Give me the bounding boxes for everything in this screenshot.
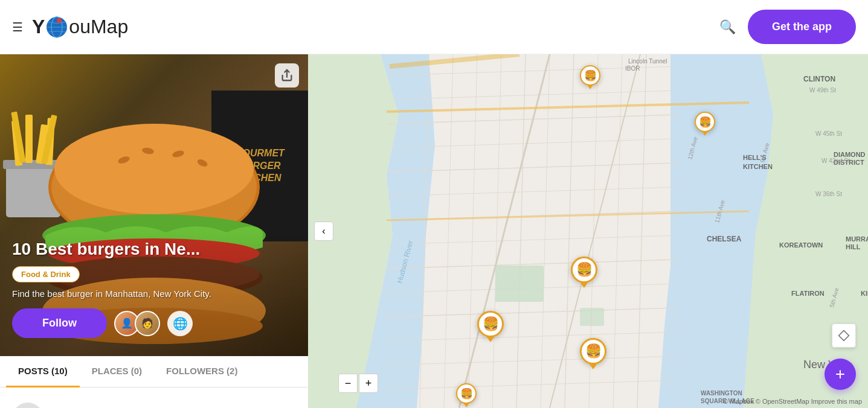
svg-text:KITCHEN: KITCHEN xyxy=(743,163,773,170)
map-pin-5[interactable]: 🍔 xyxy=(580,338,606,369)
map-pin-tail xyxy=(580,282,588,288)
hero-title: 10 Best burgers in Ne... xyxy=(12,240,296,259)
svg-text:W 42nd St: W 42nd St xyxy=(821,158,850,164)
logo-globe xyxy=(45,16,68,39)
svg-point-3 xyxy=(57,18,62,23)
hero-description: Find the best burger in Manhattan, New Y… xyxy=(12,288,296,299)
svg-rect-59 xyxy=(580,308,604,326)
map-pin-tail xyxy=(486,336,495,342)
svg-text:FLATIRON: FLATIRON xyxy=(791,290,825,297)
svg-text:W 49th St: W 49th St xyxy=(809,87,836,94)
map-pin-1[interactable]: 🍔 xyxy=(580,65,600,89)
svg-point-14 xyxy=(54,124,254,214)
svg-text:W 36th St: W 36th St xyxy=(815,191,842,197)
main-content: GOURMETBURGERKITCHEN xyxy=(0,54,868,408)
post-thumbnail xyxy=(12,403,43,408)
list-item xyxy=(12,397,296,408)
globe-action-button[interactable]: 🌐 xyxy=(167,311,193,336)
avatar-group: 👤 🧑 xyxy=(114,311,160,336)
avatar-2: 🧑 xyxy=(135,311,160,336)
hero-area: GOURMETBURGERKITCHEN xyxy=(0,54,308,356)
hero-actions: Follow 👤 🧑 🌐 xyxy=(12,308,296,338)
map-area: CLINTON HELL'S KITCHEN DIAMOND DISTRICT … xyxy=(308,54,868,408)
svg-text:KOREATOWN: KOREATOWN xyxy=(779,241,823,249)
svg-text:W 45th St: W 45th St xyxy=(815,130,842,137)
posts-list xyxy=(0,387,308,408)
zoom-in-button[interactable]: + xyxy=(359,374,378,393)
svg-marker-99 xyxy=(839,331,849,341)
map-pin-tail xyxy=(589,363,597,369)
map-attribution: © Mapbox © OpenStreetMap Improve this ma… xyxy=(723,398,862,405)
svg-text:IBOR: IBOR xyxy=(625,65,640,72)
map-pin-2[interactable]: 🍔 xyxy=(695,112,715,136)
search-icon[interactable]: 🔍 xyxy=(719,19,736,35)
logo: Y ouMap xyxy=(32,16,719,39)
map-pin-icon: 🍔 xyxy=(571,257,597,283)
category-badge: Food & Drink xyxy=(12,266,80,282)
menu-icon[interactable]: ☰ xyxy=(12,20,23,34)
tab-posts[interactable]: POSTS (10) xyxy=(6,356,80,387)
map-pin-6[interactable]: 🍔 xyxy=(456,383,477,407)
tab-places[interactable]: PLACES (0) xyxy=(80,356,154,387)
left-panel: GOURMETBURGERKITCHEN xyxy=(0,54,308,408)
follow-button[interactable]: Follow xyxy=(12,308,107,338)
map-pin-3[interactable]: 🍔 xyxy=(571,257,597,288)
svg-text:WASHINGTON: WASHINGTON xyxy=(701,390,742,397)
location-button[interactable] xyxy=(832,324,856,348)
map-pin-icon: 🍔 xyxy=(580,65,600,86)
share-button[interactable] xyxy=(275,63,299,88)
map-pin-icon: 🍔 xyxy=(456,383,477,404)
logo-rest: ouMap xyxy=(69,16,128,38)
svg-text:KIPS BAY: KIPS BAY xyxy=(861,290,868,297)
map-pin-4[interactable]: 🍔 xyxy=(477,311,504,342)
map-back-button[interactable]: ‹ xyxy=(314,222,333,241)
map-pin-tail xyxy=(463,403,469,407)
svg-text:HILL: HILL xyxy=(846,243,861,250)
hero-overlay: 10 Best burgers in Ne... Food & Drink Fi… xyxy=(0,228,308,356)
logo-text: Y ouMap xyxy=(32,16,128,39)
svg-text:CHELSEA: CHELSEA xyxy=(707,235,742,243)
map-pin-icon: 🍔 xyxy=(695,112,715,132)
svg-text:MURRAY: MURRAY xyxy=(846,235,868,243)
map-pin-icon: 🍔 xyxy=(477,311,504,337)
map-pin-tail xyxy=(702,131,708,136)
svg-text:Lincoln Tunnel: Lincoln Tunnel xyxy=(628,58,667,65)
zoom-controls: − + xyxy=(338,374,378,393)
map-pin-icon: 🍔 xyxy=(580,338,606,365)
svg-rect-58 xyxy=(495,266,544,302)
svg-text:CLINTON: CLINTON xyxy=(803,75,835,83)
logo-y: Y xyxy=(32,16,45,38)
tabs-row: POSTS (10) PLACES (0) FOLLOWERS (2) xyxy=(0,356,308,387)
zoom-out-button[interactable]: − xyxy=(338,374,358,393)
get-app-button[interactable]: Get the app xyxy=(748,10,856,44)
header: ☰ Y ouMap 🔍 Get the app xyxy=(0,0,868,54)
map-pin-tail xyxy=(587,84,593,89)
add-button[interactable]: + xyxy=(825,359,856,390)
tab-followers[interactable]: FOLLOWERS (2) xyxy=(154,356,249,387)
